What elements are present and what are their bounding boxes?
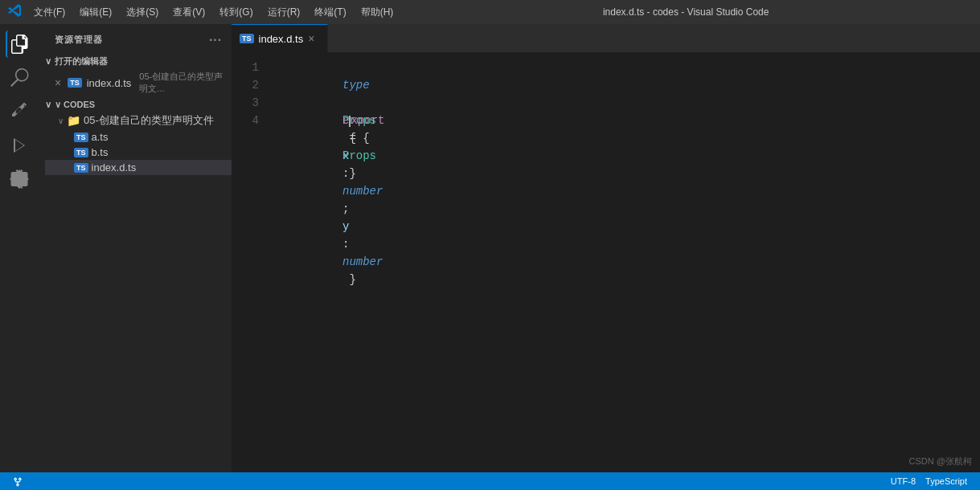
ts-file-icon-a: TS: [74, 133, 88, 142]
space: [342, 96, 349, 109]
code-line-3: export { Props }: [275, 94, 980, 112]
menu-run[interactable]: 运行(R): [261, 4, 307, 21]
active-tab[interactable]: TS index.d.ts ×: [232, 24, 328, 52]
dts-file-icon-index: TS: [74, 163, 88, 173]
prop-y: y: [342, 220, 349, 233]
file-indexdts-item[interactable]: TS index.d.ts: [45, 160, 232, 175]
titlebar: 文件(F) 编辑(E) 选择(S) 查看(V) 转到(G) 运行(R) 终端(T…: [0, 0, 980, 24]
search-activity-icon[interactable]: [6, 64, 33, 92]
keyword-type: type: [342, 79, 370, 92]
codes-section: ∨ ∨ CODES ∨ 📁 05-创建自己的类型声明文件 TS a.ts TS …: [39, 96, 232, 175]
folder-label: 05-创建自己的类型声明文件: [84, 113, 214, 128]
vscode-icon: [8, 4, 21, 20]
export-props: Props: [342, 149, 376, 162]
statusbar-encoding[interactable]: UTF-8: [886, 476, 921, 486]
codes-label[interactable]: ∨ ∨ CODES: [39, 96, 232, 112]
file-a-label: a.ts: [92, 131, 109, 143]
tab-close-button[interactable]: ×: [308, 32, 314, 45]
punct-open-brace: {: [342, 132, 363, 145]
code-content[interactable]: type Props = { x : number ; y : number }: [272, 59, 980, 466]
folder-item[interactable]: ∨ 📁 05-创建自己的类型声明文件: [45, 112, 232, 129]
menu-select[interactable]: 选择(S): [120, 4, 165, 21]
line-num-2: 2: [232, 76, 259, 94]
sidebar: 资源管理器 ··· ∨ 打开的编辑器 × TS index.d.ts 05-创建…: [39, 24, 232, 472]
explorer-activity-icon[interactable]: [6, 31, 33, 58]
dts-file-icon: TS: [68, 78, 82, 88]
sidebar-header: 资源管理器 ···: [39, 24, 232, 52]
run-activity-icon[interactable]: [6, 132, 33, 159]
codes-chevron: ∨: [45, 100, 51, 110]
open-editor-path: 05-创建自己的类型声明文...: [139, 71, 225, 95]
open-editors-section: ∨ 打开的编辑器 × TS index.d.ts 05-创建自己的类型声明文..…: [39, 52, 232, 96]
punct-colon2: :: [342, 238, 356, 251]
folder-icon: 📁: [67, 114, 80, 127]
code-line-1: type Props = { x : number ; y : number }: [275, 59, 980, 76]
line-num-4: 4: [232, 112, 259, 129]
menu-edit[interactable]: 编辑(E): [73, 4, 118, 21]
extensions-activity-icon[interactable]: [6, 165, 33, 193]
statusbar-language[interactable]: TypeScript: [921, 476, 972, 486]
menu-file[interactable]: 文件(F): [27, 4, 72, 21]
line-num-3: 3: [232, 94, 259, 112]
tab-bar: TS index.d.ts ×: [232, 24, 980, 52]
codes-tree: ∨ 📁 05-创建自己的类型声明文件 TS a.ts TS b.ts TS in…: [39, 112, 232, 175]
window-title: index.d.ts - codes - Visual Studio Code: [400, 6, 972, 18]
ts-file-icon-b: TS: [74, 148, 88, 157]
open-editors-text: 打开的编辑器: [55, 55, 108, 67]
open-editors-chevron: ∨: [45, 56, 51, 67]
activity-bar: [0, 24, 39, 472]
menu-goto[interactable]: 转到(G): [213, 4, 259, 21]
tab-filename: index.d.ts: [259, 33, 304, 45]
statusbar: UTF-8 TypeScript: [0, 472, 980, 490]
main-layout: 资源管理器 ··· ∨ 打开的编辑器 × TS index.d.ts 05-创建…: [0, 24, 980, 472]
keyword-export-rest: xport: [351, 114, 384, 127]
sidebar-title: 资源管理器: [55, 34, 102, 46]
open-editor-filename: index.d.ts: [87, 77, 132, 89]
line-numbers: 1 2 3 4: [232, 59, 272, 466]
punct-close-brace: }: [342, 167, 356, 180]
tab-file-icon: TS: [240, 34, 254, 43]
sidebar-more-button[interactable]: ···: [209, 33, 222, 47]
menu-view[interactable]: 查看(V): [166, 4, 211, 21]
menu-bar: 文件(F) 编辑(E) 选择(S) 查看(V) 转到(G) 运行(R) 终端(T…: [27, 4, 400, 21]
punct-close: }: [342, 273, 356, 286]
editor-area: TS index.d.ts × 1 2 3 4 type Props = {: [232, 24, 980, 472]
code-editor[interactable]: 1 2 3 4 type Props = { x : number ; y: [232, 52, 980, 472]
punct-semi1: ;: [342, 202, 356, 215]
file-b-item[interactable]: TS b.ts: [45, 145, 232, 160]
folder-chevron: ∨: [58, 116, 64, 125]
open-editors-label[interactable]: ∨ 打开的编辑器: [39, 52, 232, 69]
file-indexdts-label: index.d.ts: [92, 161, 137, 174]
line-num-1: 1: [232, 59, 259, 76]
keyword-export: e: [342, 114, 349, 127]
menu-terminal[interactable]: 终端(T): [308, 4, 352, 21]
type-number-x: number: [342, 185, 383, 198]
statusbar-right: UTF-8 TypeScript: [886, 476, 972, 486]
type-number-y: number: [342, 255, 383, 268]
close-file-icon[interactable]: ×: [55, 76, 61, 89]
file-b-label: b.ts: [92, 146, 109, 158]
file-a-item[interactable]: TS a.ts: [45, 129, 232, 145]
menu-help[interactable]: 帮助(H): [355, 4, 400, 21]
codes-text: ∨ CODES: [55, 100, 95, 110]
statusbar-branch[interactable]: [8, 476, 31, 486]
watermark: CSDN @张航柯: [909, 455, 972, 468]
code-line-2: [275, 76, 980, 94]
open-editor-item[interactable]: × TS index.d.ts 05-创建自己的类型声明文...: [39, 69, 232, 96]
source-control-activity-icon[interactable]: [6, 98, 33, 125]
